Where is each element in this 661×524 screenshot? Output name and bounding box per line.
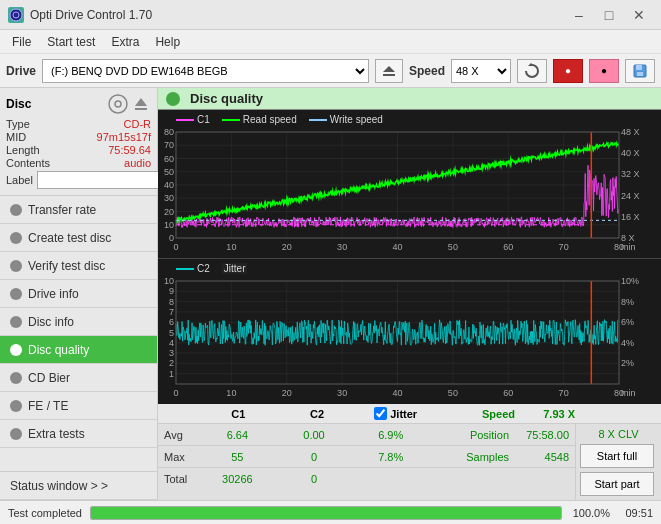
status-window-label: Status window > > [10,479,108,493]
label-input[interactable] [37,171,170,189]
sidebar: Disc Type CD-R MID 97m15s17f Length 75:5… [0,88,158,500]
svg-rect-11 [135,108,147,110]
nav-label-drive-info: Drive info [28,287,79,301]
menu-help[interactable]: Help [147,33,188,51]
legend-c2: C2 [176,263,210,274]
disc-mid-row: MID 97m15s17f [6,131,151,143]
avg-jitter: 6.9% [352,429,429,441]
mid-label: MID [6,131,26,143]
nav-label-create-test-disc: Create test disc [28,231,111,245]
avg-label: Avg [164,429,199,441]
red-button[interactable]: ● [553,59,583,83]
title-bar-left: Opti Drive Control 1.70 [8,7,152,23]
total-c1: 30266 [199,473,276,485]
drive-select[interactable]: (F:) BENQ DVD DD EW164B BEGB [42,59,369,83]
label-label: Label [6,174,33,186]
total-label: Total [164,473,199,485]
charts-container: C1 Read speed Write speed [158,110,661,403]
nav-item-disc-info[interactable]: Disc info [0,308,157,336]
position-label: Position [429,429,509,441]
mid-value: 97m15s17f [97,131,151,143]
nav-item-verify-test-disc[interactable]: Verify test disc [0,252,157,280]
nav-dot-drive-info [10,288,22,300]
progress-bar-fill [91,507,561,519]
nav-dot-fe-te [10,400,22,412]
disc-quality-header: Disc quality [158,88,661,110]
samples-value: 4548 [509,451,569,463]
save-button[interactable] [625,59,655,83]
action-buttons: 8 X CLV Start full Start part [575,424,661,500]
c2-legend-label: C2 [197,263,210,274]
menu-start-test[interactable]: Start test [39,33,103,51]
refresh-button[interactable] [517,59,547,83]
nav-item-drive-info[interactable]: Drive info [0,280,157,308]
bottom-chart-canvas [158,259,661,404]
nav-dot-transfer-rate [10,204,22,216]
start-part-button[interactable]: Start part [580,472,654,496]
max-c2: 0 [276,451,353,463]
top-chart-canvas [158,110,661,258]
jitter-checkbox-area: Jitter [356,407,435,420]
nav-item-transfer-rate[interactable]: Transfer rate [0,196,157,224]
start-full-button[interactable]: Start full [580,444,654,468]
disc-eject-icon [131,94,151,114]
speed-label: Speed [409,64,445,78]
nav-item-create-test-disc[interactable]: Create test disc [0,224,157,252]
nav-item-fe-te[interactable]: FE / TE [0,392,157,420]
close-button[interactable]: ✕ [625,4,653,26]
svg-point-0 [10,9,22,21]
c1-legend-color [176,119,194,121]
svg-marker-2 [383,66,395,72]
nav-label-cd-bier: CD Bier [28,371,70,385]
progress-bar [90,506,562,520]
menu-extra[interactable]: Extra [103,33,147,51]
max-row: Max 55 0 7.8% Samples 4548 [158,446,575,468]
disc-type-row: Type CD-R [6,118,151,130]
write-speed-legend-color [309,119,327,121]
disc-length-row: Length 75:59.64 [6,144,151,156]
type-value: CD-R [124,118,152,130]
speed-clv-label: 8 X CLV [580,428,657,440]
nav-label-fe-te: FE / TE [28,399,68,413]
menu-file[interactable]: File [4,33,39,51]
progress-percent: 100.0% [570,507,610,519]
svg-rect-6 [636,65,642,70]
nav-item-extra-tests[interactable]: Extra tests [0,420,157,448]
nav-item-cd-bier[interactable]: CD Bier [0,364,157,392]
content-area: Disc quality C1 Read speed [158,88,661,500]
jitter-legend-label: Jitter [222,263,248,274]
max-c1: 55 [199,451,276,463]
stats-col-c2: C2 [278,408,357,420]
nav-dot-create-test-disc [10,232,22,244]
pink-button[interactable]: ● [589,59,619,83]
eject-button[interactable] [375,59,403,83]
stats-col-c1: C1 [199,408,278,420]
disc-quality-icon [166,92,180,106]
legend-write-speed: Write speed [309,114,383,125]
maximize-button[interactable]: □ [595,4,623,26]
speed-select[interactable]: 48 X [451,59,511,83]
window-controls: – □ ✕ [565,4,653,26]
position-value: 75:58.00 [509,429,569,441]
nav-label-disc-quality: Disc quality [28,343,89,357]
write-speed-legend-label: Write speed [330,114,383,125]
nav-item-disc-quality[interactable]: Disc quality [0,336,157,364]
jitter-checkbox[interactable] [374,407,387,420]
minimize-button[interactable]: – [565,4,593,26]
avg-row: Avg 6.64 0.00 6.9% Position 75:58.00 [158,424,575,446]
read-speed-legend-label: Read speed [243,114,297,125]
status-window-button[interactable]: Status window > > [0,472,157,500]
legend-read-speed: Read speed [222,114,297,125]
nav-label-extra-tests: Extra tests [28,427,85,441]
status-text: Test completed [8,507,82,519]
contents-label: Contents [6,157,50,169]
nav-dot-disc-quality [10,344,22,356]
svg-rect-3 [383,74,395,76]
avg-c1: 6.64 [199,429,276,441]
max-label: Max [164,451,199,463]
stats-col-jitter: Jitter [390,408,417,420]
menu-bar: File Start test Extra Help [0,30,661,54]
stats-panel: C1 C2 Jitter Speed 7.93 X Avg 6.64 0.00 [158,403,661,500]
bottom-legend: C2 Jitter [176,263,247,274]
nav-label-disc-info: Disc info [28,315,74,329]
